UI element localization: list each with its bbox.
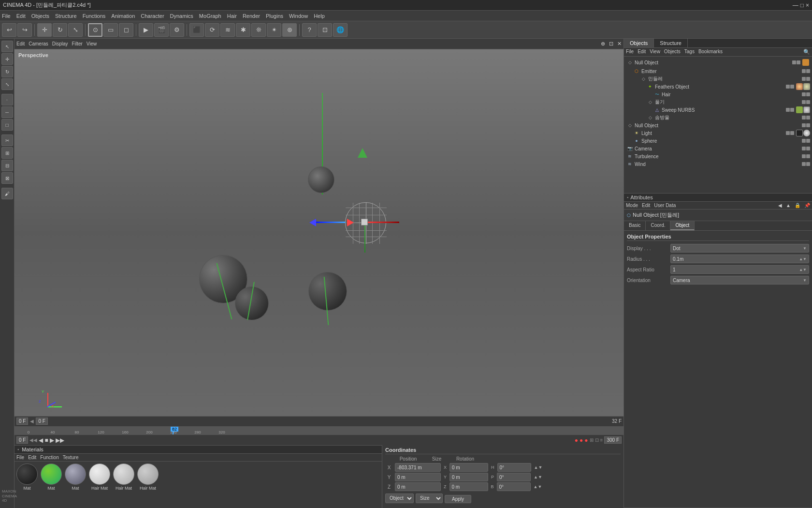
tc-end[interactable]: 300 F bbox=[604, 436, 622, 444]
obj-menu-bookmarks[interactable]: Bookmarks bbox=[698, 49, 723, 55]
material-item-green[interactable]: Mat bbox=[41, 463, 62, 491]
lt-rotate[interactable]: ↻ bbox=[1, 66, 13, 77]
menu-character[interactable]: Character bbox=[141, 13, 164, 19]
attr-nav-prev[interactable]: ◀ bbox=[778, 203, 782, 208]
tc-start[interactable]: 0 F bbox=[16, 436, 28, 444]
obj-camera[interactable]: 📷 Camera bbox=[625, 145, 811, 152]
attr-field-display[interactable]: Dot ▼ bbox=[670, 244, 809, 253]
vp-ctrl-lock[interactable]: ⊕ bbox=[601, 41, 605, 47]
obj-menu-tags[interactable]: Tags bbox=[684, 49, 695, 55]
attr-field-orientation[interactable]: Camera ▼ bbox=[670, 276, 809, 284]
obj-menu-view[interactable]: View bbox=[650, 49, 660, 55]
menu-window[interactable]: Window bbox=[289, 13, 308, 19]
menu-objects[interactable]: Objects bbox=[31, 13, 49, 19]
render-view-btn[interactable]: 🎬 bbox=[154, 23, 169, 37]
close-btn[interactable]: × bbox=[806, 2, 809, 9]
obj-emitter[interactable]: ⬡ Emitter bbox=[625, 67, 811, 75]
attr-tab-coord[interactable]: Coord. bbox=[646, 221, 670, 230]
mat-menu-file[interactable]: File bbox=[16, 455, 24, 460]
menu-functions[interactable]: Functions bbox=[83, 13, 106, 19]
objects-list[interactable]: ◇ Null Object ⬡ Emitter bbox=[624, 57, 812, 193]
coords-apply-btn[interactable]: Apply bbox=[445, 495, 471, 503]
obj-light[interactable]: ☀ Light bbox=[625, 129, 811, 137]
extra2-btn[interactable]: 🌐 bbox=[333, 23, 348, 37]
material-item-hairmat1[interactable]: Hair Mat bbox=[89, 463, 110, 491]
menu-plugins[interactable]: Plugins bbox=[266, 13, 283, 19]
help-btn[interactable]: ? bbox=[302, 23, 317, 37]
coords-rot-y[interactable] bbox=[497, 473, 531, 481]
live-select-btn[interactable]: ⊙ bbox=[88, 23, 102, 37]
extra1-btn[interactable]: ⊡ bbox=[318, 23, 332, 37]
mat-menu-function[interactable]: Function bbox=[40, 455, 58, 460]
lt-bevel[interactable]: ⊠ bbox=[1, 172, 13, 184]
coords-size-x[interactable] bbox=[450, 463, 488, 472]
coords-pos-z[interactable] bbox=[395, 482, 441, 491]
attr-menu-mode[interactable]: Mode bbox=[626, 203, 638, 208]
obj-search[interactable]: 🔍 bbox=[803, 49, 810, 55]
obj-menu-file[interactable]: File bbox=[626, 49, 634, 55]
deform-btn[interactable]: ≋ bbox=[220, 23, 235, 37]
menu-render[interactable]: Render bbox=[243, 13, 260, 19]
attr-menu-userdata[interactable]: User Data bbox=[654, 203, 676, 208]
lt-point[interactable]: · bbox=[1, 94, 13, 105]
obj-feathers[interactable]: ✦ Feathers Object bbox=[625, 83, 811, 90]
minimize-btn[interactable]: — bbox=[793, 2, 798, 9]
tc-next[interactable]: ▶▶ bbox=[56, 437, 64, 444]
tc-record[interactable]: ● bbox=[575, 437, 578, 444]
obj-sphere[interactable]: ● Sphere bbox=[625, 137, 811, 145]
lt-knife[interactable]: ✂ bbox=[1, 134, 13, 146]
attr-field-aspect[interactable]: 1 ▲▼ bbox=[670, 265, 809, 274]
vp-menu-display[interactable]: Display bbox=[52, 41, 68, 46]
lt-extrude[interactable]: ⊟ bbox=[1, 160, 13, 171]
material-item-hairmat2[interactable]: Hair Mat bbox=[113, 463, 134, 491]
obj-wind[interactable]: ≋ Wind bbox=[625, 160, 811, 168]
mat-menu-edit[interactable]: Edit bbox=[28, 455, 36, 460]
coords-pos-y[interactable] bbox=[395, 473, 441, 481]
menu-dynamics[interactable]: Dynamics bbox=[170, 13, 193, 19]
scale-tool-btn[interactable]: ⤡ bbox=[68, 23, 83, 37]
attr-tab-basic[interactable]: Basic bbox=[624, 221, 646, 230]
obj-turbulence[interactable]: ≋ Turbulence bbox=[625, 152, 811, 160]
frame-current2[interactable]: 0 F bbox=[36, 418, 47, 425]
tc-stop[interactable]: ■ bbox=[44, 437, 48, 444]
spline-btn[interactable]: ✱ bbox=[236, 23, 250, 37]
attr-tab-object[interactable]: Object bbox=[670, 221, 695, 230]
rect-select-btn[interactable]: ▭ bbox=[103, 23, 118, 37]
undo-btn[interactable]: ↩ bbox=[2, 23, 16, 37]
frame-current[interactable]: 0 F bbox=[16, 418, 28, 425]
obj-pulgi[interactable]: ◇ 풀기 bbox=[625, 98, 811, 106]
vp-menu-filter[interactable]: Filter bbox=[72, 41, 83, 46]
obj-menu-objects[interactable]: Objects bbox=[664, 49, 681, 55]
lt-cursor[interactable]: ↖ bbox=[1, 41, 13, 52]
material-item-black[interactable]: Mat bbox=[16, 463, 38, 491]
attr-field-radius[interactable]: 0.1m ▲▼ bbox=[670, 254, 809, 263]
material-item-hairmat3[interactable]: Hair Mat bbox=[137, 463, 159, 491]
obj-hair[interactable]: 〜 Hair bbox=[625, 90, 811, 98]
attr-menu-edit[interactable]: Edit bbox=[642, 203, 650, 208]
tc-play[interactable]: ▶ bbox=[50, 437, 54, 444]
menu-mograph[interactable]: MoGraph bbox=[199, 13, 221, 19]
coords-size-z[interactable] bbox=[450, 482, 488, 491]
lt-scale[interactable]: ⤡ bbox=[1, 78, 13, 90]
viewport[interactable]: Perspective bbox=[14, 49, 624, 416]
menu-animation[interactable]: Animation bbox=[111, 13, 135, 19]
menu-structure[interactable]: Structure bbox=[55, 13, 77, 19]
menu-hair[interactable]: Hair bbox=[227, 13, 237, 19]
mat-menu-texture[interactable]: Texture bbox=[63, 455, 79, 460]
vp-menu-view[interactable]: View bbox=[87, 41, 97, 46]
coords-object-dropdown[interactable]: Object World bbox=[385, 493, 414, 503]
attr-nav-up[interactable]: ▲ bbox=[786, 203, 791, 208]
coords-rot-z[interactable] bbox=[497, 482, 531, 491]
obj-sombangul[interactable]: ◇ 솜방울 bbox=[625, 114, 811, 121]
obj-null2[interactable]: ◇ Null Object bbox=[625, 121, 811, 129]
fields-btn[interactable]: ✴ bbox=[267, 23, 281, 37]
menu-edit[interactable]: Edit bbox=[16, 13, 26, 19]
tc-record2[interactable]: ● bbox=[580, 437, 583, 444]
lt-paint[interactable]: 🖌 bbox=[1, 188, 13, 199]
coords-size-dropdown[interactable]: Size Scale bbox=[416, 493, 443, 503]
vp-menu-edit[interactable]: Edit bbox=[16, 41, 25, 46]
menu-file[interactable]: File bbox=[2, 13, 11, 19]
lt-poly[interactable]: □ bbox=[1, 119, 13, 131]
rotate-tool-btn[interactable]: ↻ bbox=[53, 23, 67, 37]
tab-structure[interactable]: Structure bbox=[654, 39, 688, 47]
